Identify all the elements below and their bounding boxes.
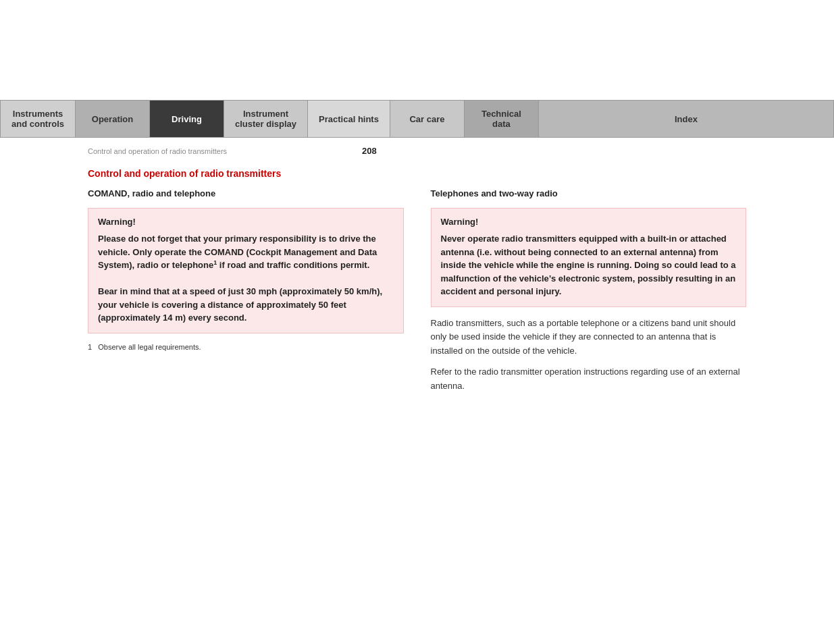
navigation-bar: Instruments and controls Operation Drivi… xyxy=(0,100,834,138)
page-header: Control and operation of radio transmitt… xyxy=(0,140,834,161)
right-column: Telephones and two-way radio Warning! Ne… xyxy=(431,188,747,400)
nav-instruments[interactable]: Instruments and controls xyxy=(0,101,76,137)
nav-technical-data[interactable]: Technical data xyxy=(465,101,539,137)
left-column: COMAND, radio and telephone Warning! Ple… xyxy=(88,188,404,400)
right-warning-title: Warning! xyxy=(441,217,737,227)
nav-car-care[interactable]: Car care xyxy=(390,101,465,137)
nav-operation[interactable]: Operation xyxy=(76,101,150,137)
left-warning-title: Warning! xyxy=(98,217,394,227)
footnote-text: Observe all legal requirements. xyxy=(98,343,201,351)
page-number: 208 xyxy=(362,146,377,156)
right-warning-text: Never operate radio transmitters equippe… xyxy=(441,232,737,298)
right-col-heading: Telephones and two-way radio xyxy=(431,188,747,198)
nav-index[interactable]: Index xyxy=(539,101,834,137)
right-body-text-1: Radio transmitters, such as a portable t… xyxy=(431,317,747,358)
main-content: Control and operation of radio transmitt… xyxy=(0,161,834,413)
left-warning-box: Warning! Please do not forget that your … xyxy=(88,208,404,333)
left-warning-text: Please do not forget that your primary r… xyxy=(98,232,394,325)
right-warning-box: Warning! Never operate radio transmitter… xyxy=(431,208,747,307)
footnote-number: 1 xyxy=(88,343,98,351)
footnote: 1 Observe all legal requirements. xyxy=(88,343,404,351)
left-col-heading: COMAND, radio and telephone xyxy=(88,188,404,198)
two-column-layout: COMAND, radio and telephone Warning! Ple… xyxy=(88,188,746,400)
nav-practical-hints[interactable]: Practical hints xyxy=(308,101,390,137)
section-title: Control and operation of radio transmitt… xyxy=(88,168,746,179)
nav-driving[interactable]: Driving xyxy=(150,101,224,137)
breadcrumb: Control and operation of radio transmitt… xyxy=(88,147,227,155)
right-body-text-2: Refer to the radio transmitter operation… xyxy=(431,365,747,394)
nav-instrument-cluster[interactable]: Instrument cluster display xyxy=(224,101,308,137)
